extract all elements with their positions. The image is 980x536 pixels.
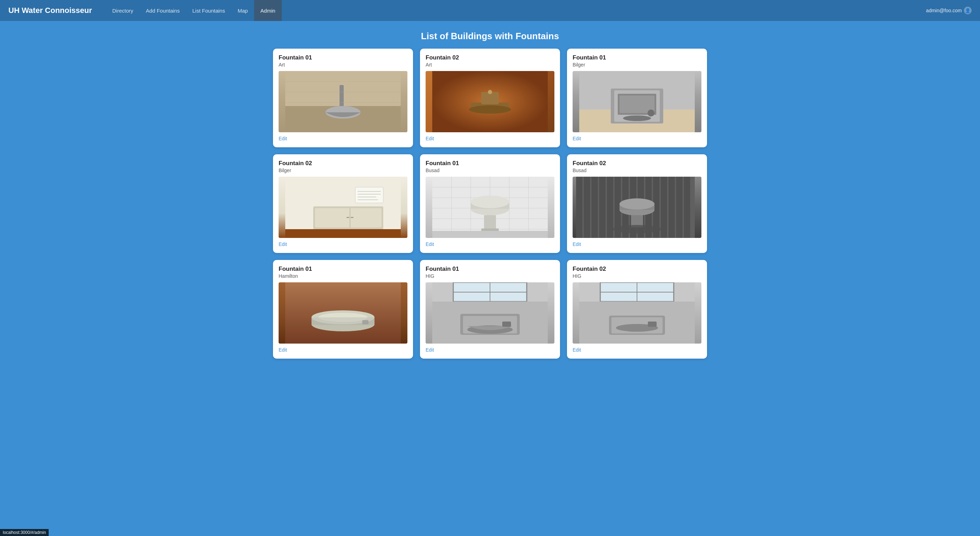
- fountain-edit-2[interactable]: Edit: [426, 136, 434, 142]
- fountain-edit-8[interactable]: Edit: [426, 347, 434, 353]
- svg-point-70: [612, 225, 662, 233]
- fountain-name-9: Fountain 02: [573, 266, 702, 272]
- svg-point-68: [619, 198, 654, 210]
- fountain-image-2: [426, 71, 554, 132]
- nav-map[interactable]: Map: [231, 0, 254, 21]
- svg-rect-48: [481, 229, 499, 231]
- user-email: admin@foo.com: [926, 8, 962, 13]
- fountain-edit-5[interactable]: Edit: [426, 242, 434, 247]
- fountain-name-1: Fountain 01: [278, 54, 407, 61]
- svg-rect-28: [355, 187, 383, 203]
- nav-directory[interactable]: Directory: [106, 0, 140, 21]
- fountain-building-3: Bilger: [573, 62, 702, 68]
- svg-rect-96: [648, 321, 657, 327]
- fountain-name-5: Fountain 01: [426, 160, 554, 167]
- statusbar-url: localhost:3000/#/admin: [3, 530, 46, 535]
- fountain-image-8: [426, 282, 554, 344]
- fountain-building-7: Hamilton: [278, 273, 407, 279]
- fountain-edit-4[interactable]: Edit: [278, 242, 287, 247]
- svg-rect-26: [347, 217, 349, 218]
- svg-point-10: [469, 105, 511, 114]
- fountain-image-1: [278, 71, 407, 132]
- fountain-name-7: Fountain 01: [278, 266, 407, 272]
- nav-admin[interactable]: Admin: [254, 0, 282, 21]
- page-title: List of Buildings with Fountains: [0, 21, 980, 49]
- nav-list-fountains[interactable]: List Fountains: [186, 0, 231, 21]
- svg-rect-19: [648, 110, 654, 116]
- fountain-building-9: HIG: [573, 273, 702, 279]
- fountain-building-2: Art: [426, 62, 554, 68]
- fountain-card-2: Fountain 02 Art Edit: [420, 49, 560, 147]
- fountain-card-9: Fountain 02 HIG Edit: [567, 260, 707, 359]
- fountain-image-5: [426, 177, 554, 238]
- app-brand: UH Water Connoisseur: [8, 6, 92, 15]
- fountain-edit-9[interactable]: Edit: [573, 347, 581, 353]
- fountain-name-8: Fountain 01: [426, 266, 554, 272]
- svg-point-12: [488, 90, 492, 94]
- fountain-card-8: Fountain 01 HIG Edit: [420, 260, 560, 359]
- nav-add-fountains[interactable]: Add Fountains: [140, 0, 186, 21]
- fountain-building-6: Busad: [573, 168, 702, 173]
- fountain-card-4: Fountain 02 Bilger: [273, 154, 413, 253]
- svg-rect-78: [312, 317, 374, 325]
- fountain-card-5: Fountain 01 Busad: [420, 154, 560, 253]
- user-icon: 👤: [964, 6, 972, 14]
- fountain-image-4: [278, 177, 407, 238]
- fountain-image-6: [573, 177, 702, 238]
- fountain-name-3: Fountain 01: [573, 54, 702, 61]
- fountain-building-8: HIG: [426, 273, 554, 279]
- fountain-edit-6[interactable]: Edit: [573, 242, 581, 247]
- fountain-card-1: Fountain 01 Art Edit: [273, 49, 413, 147]
- statusbar: localhost:3000/#/admin: [0, 529, 49, 536]
- svg-rect-22: [285, 229, 401, 238]
- fountain-card-6: Fountain 02 Busad: [567, 154, 707, 253]
- svg-point-46: [471, 196, 509, 208]
- fountain-building-5: Busad: [426, 168, 554, 173]
- fountain-image-9: [573, 282, 702, 344]
- svg-rect-49: [432, 231, 548, 238]
- svg-rect-27: [351, 217, 353, 218]
- svg-rect-47: [484, 215, 496, 229]
- fountain-building-4: Bilger: [278, 168, 407, 173]
- navbar: UH Water Connoisseur Directory Add Fount…: [0, 0, 980, 21]
- fountain-image-3: [573, 71, 702, 132]
- svg-point-20: [623, 116, 651, 121]
- svg-rect-87: [502, 321, 511, 327]
- fountain-image-7: [278, 282, 407, 344]
- fountain-grid: Fountain 01 Art Edit Fountain 02 Art: [262, 49, 718, 372]
- fountain-edit-1[interactable]: Edit: [278, 136, 287, 142]
- navbar-links: Directory Add Fountains List Fountains M…: [106, 0, 926, 21]
- fountain-edit-7[interactable]: Edit: [278, 347, 287, 353]
- navbar-user: admin@foo.com 👤: [926, 6, 972, 14]
- fountain-card-3: Fountain 01 Bilger Edit: [567, 49, 707, 147]
- fountain-name-4: Fountain 02: [278, 160, 407, 167]
- fountain-edit-3[interactable]: Edit: [573, 136, 581, 142]
- fountain-name-2: Fountain 02: [426, 54, 554, 61]
- fountain-building-1: Art: [278, 62, 407, 68]
- fountain-name-6: Fountain 02: [573, 160, 702, 167]
- fountain-card-7: Fountain 01 Hamilton Edit: [273, 260, 413, 359]
